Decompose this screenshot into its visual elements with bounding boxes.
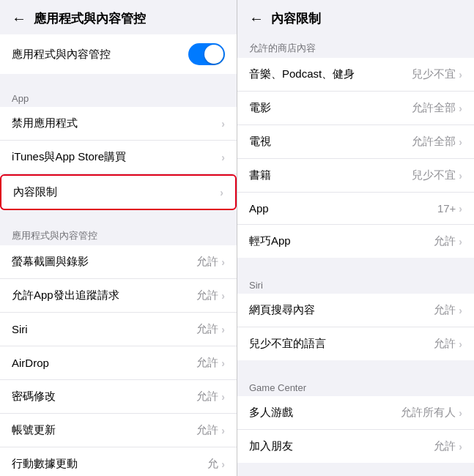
list-item-books[interactable]: 書籍 兒少不宜 ›: [237, 159, 474, 193]
chevron-icon: ›: [221, 256, 225, 268]
multiplayer-label: 多人游戲: [249, 406, 401, 420]
toggle-switch[interactable]: [188, 43, 225, 65]
mobile-data-value: 允: [207, 457, 218, 471]
password-right: 允許 ›: [196, 390, 225, 404]
content-restrictions-right: ›: [220, 187, 223, 198]
light-apps-right: 允許 ›: [434, 234, 462, 248]
tracking-right: 允許 ›: [196, 289, 225, 302]
movies-label: 電影: [249, 101, 412, 115]
list-item-screen-recording[interactable]: 螢幕截圖與錄影 允許 ›: [0, 245, 237, 279]
movies-right: 允許全部 ›: [412, 101, 462, 115]
apps-right: 17+ ›: [437, 202, 462, 215]
list-item-music[interactable]: 音樂、Podcast、健身 兒少不宜 ›: [237, 58, 474, 92]
movies-value: 允許全部: [412, 101, 456, 115]
music-value: 兒少不宜: [412, 67, 456, 81]
list-item-siri-left[interactable]: Siri 允許 ›: [0, 313, 237, 346]
chevron-icon: ›: [459, 203, 462, 215]
books-right: 兒少不宜 ›: [412, 168, 462, 182]
screen-recording-value: 允許: [196, 255, 218, 269]
itunes-label: iTunes與App Store購買: [12, 150, 221, 164]
list-item-add-friends[interactable]: 加入朋友 允許 ›: [237, 430, 474, 463]
left-back-button[interactable]: ←: [12, 10, 26, 27]
chevron-icon: ›: [459, 103, 462, 114]
web-search-value: 允許: [434, 303, 456, 317]
list-item-password[interactable]: 密碼修改 允許 ›: [0, 380, 237, 414]
account-value: 允許: [196, 423, 218, 437]
music-label: 音樂、Podcast、健身: [249, 67, 412, 81]
left-scroll: 應用程式與內容管控 App 禁用應用程式 › iTunes與App Store購…: [0, 34, 237, 476]
chevron-icon: ›: [221, 290, 225, 302]
game-center-section-group: 多人游戲 允許所有人 › 加入朋友 允許 ›: [237, 396, 474, 463]
light-apps-value: 允許: [434, 234, 456, 248]
explicit-language-label: 兒少不宜的語言: [249, 337, 434, 351]
right-back-button[interactable]: ←: [249, 10, 264, 27]
music-right: 兒少不宜 ›: [412, 67, 462, 81]
mobile-data-label: 行動數據更動: [12, 457, 207, 471]
chevron-icon: ›: [459, 69, 462, 81]
list-item-itunes[interactable]: iTunes與App Store購買 ›: [0, 141, 237, 174]
light-apps-label: 輕巧App: [249, 234, 434, 248]
list-item-disable-apps[interactable]: 禁用應用程式 ›: [0, 107, 237, 141]
siri-section-group: 網頁搜尋內容 允許 › 兒少不宜的語言 允許 ›: [237, 294, 474, 360]
chevron-icon: ›: [221, 458, 225, 470]
list-item-tracking[interactable]: 允許App發出追蹤請求 允許 ›: [0, 279, 237, 313]
add-friends-right: 允許 ›: [434, 439, 462, 453]
section-label-siri: Siri: [237, 272, 474, 294]
list-item-multiplayer[interactable]: 多人游戲 允許所有人 ›: [237, 396, 474, 430]
mobile-data-right: 允 ›: [207, 457, 225, 471]
chevron-icon: ›: [221, 425, 225, 436]
section-label-app-control: 應用程式與內容管控: [0, 225, 237, 245]
toggle-thumb: [204, 45, 223, 64]
list-item-apps[interactable]: App 17+ ›: [237, 193, 474, 225]
content-restrictions-label: 內容限制: [13, 185, 220, 199]
list-item-web-search[interactable]: 網頁搜尋內容 允許 ›: [237, 294, 474, 327]
books-value: 兒少不宜: [412, 168, 456, 182]
list-item-content-restrictions[interactable]: 內容限制 ›: [0, 174, 237, 210]
disable-apps-label: 禁用應用程式: [12, 116, 221, 130]
account-right: 允許 ›: [196, 423, 225, 437]
app-section-group: 禁用應用程式 › iTunes與App Store購買 › 內容限制 ›: [0, 107, 237, 210]
itunes-right: ›: [221, 152, 225, 163]
list-item-light-apps[interactable]: 輕巧App 允許 ›: [237, 225, 474, 258]
chevron-icon: ›: [221, 152, 225, 163]
disable-apps-right: ›: [221, 118, 225, 130]
list-item-explicit-language[interactable]: 兒少不宜的語言 允許 ›: [237, 327, 474, 360]
chevron-icon: ›: [221, 391, 225, 403]
list-item-account[interactable]: 帳號更新 允許 ›: [0, 414, 237, 447]
account-label: 帳號更新: [12, 423, 196, 437]
toggle-row[interactable]: 應用程式與內容管控: [0, 34, 237, 74]
toggle-label: 應用程式與內容管控: [12, 48, 111, 62]
add-friends-value: 允許: [434, 439, 456, 453]
right-header: ← 內容限制: [237, 0, 474, 34]
password-value: 允許: [196, 390, 218, 404]
chevron-icon: ›: [459, 236, 462, 248]
left-header: ← 應用程式與內容管控: [0, 0, 237, 34]
tracking-value: 允許: [196, 289, 218, 302]
chevron-icon: ›: [459, 441, 462, 453]
chevron-icon: ›: [459, 136, 462, 148]
section-label-app: App: [0, 89, 237, 107]
list-item-airdrop[interactable]: AirDrop 允許 ›: [0, 346, 237, 380]
apps-value: 17+: [437, 202, 456, 215]
multiplayer-right: 允許所有人 ›: [401, 406, 462, 420]
siri-left-right: 允許 ›: [196, 322, 225, 336]
screen-recording-label: 螢幕截圖與錄影: [12, 255, 196, 269]
tv-label: 電視: [249, 135, 412, 149]
tv-value: 允許全部: [412, 135, 456, 149]
app-control-section-group: 螢幕截圖與錄影 允許 › 允許App發出追蹤請求 允許 › Siri 允許 ›: [0, 245, 237, 476]
chevron-icon: ›: [221, 118, 225, 130]
chevron-icon: ›: [459, 338, 462, 350]
chevron-icon: ›: [459, 305, 462, 316]
list-item-mobile-data[interactable]: 行動數據更動 允 ›: [0, 447, 237, 476]
books-label: 書籍: [249, 168, 412, 182]
airdrop-value: 允許: [196, 356, 218, 370]
section-label-game-center: Game Center: [237, 375, 474, 396]
siri-left-value: 允許: [196, 322, 218, 336]
airdrop-label: AirDrop: [12, 357, 196, 369]
store-section-group: 音樂、Podcast、健身 兒少不宜 › 電影 允許全部 › 電視 允許全部 ›: [237, 58, 474, 258]
chevron-icon: ›: [221, 324, 225, 335]
right-title: 內容限制: [271, 10, 321, 27]
section-label-store: 允許的商店內容: [237, 34, 474, 58]
list-item-movies[interactable]: 電影 允許全部 ›: [237, 92, 474, 125]
list-item-tv[interactable]: 電視 允許全部 ›: [237, 125, 474, 159]
